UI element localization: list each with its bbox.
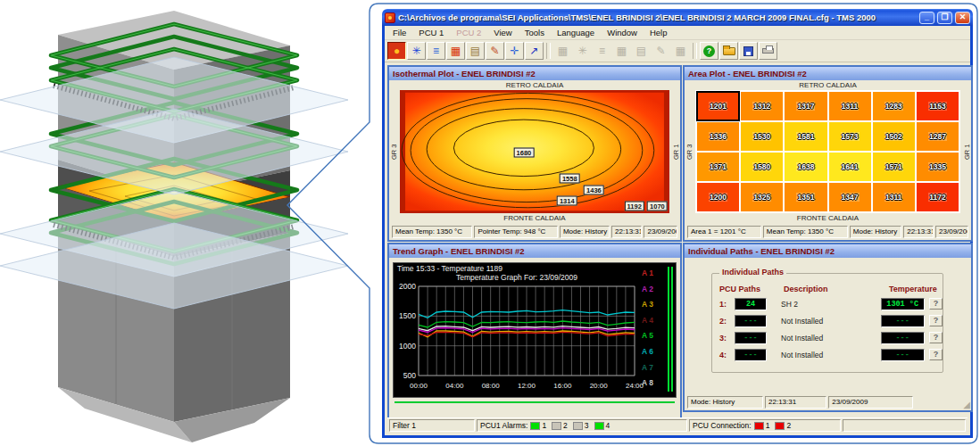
boiler-3d-illustration <box>0 0 375 446</box>
area-cell-value: 1311 <box>841 102 859 111</box>
snowflake-button[interactable]: ✳ <box>407 42 426 60</box>
area-cell[interactable]: 1641 <box>829 153 871 181</box>
path-help-button[interactable]: ? <box>929 349 943 360</box>
edit-button[interactable]: ✎ <box>486 42 504 60</box>
title-bar[interactable]: C:\Archivos de programa\SEI Applications… <box>382 9 973 26</box>
path-help-button[interactable]: ? <box>929 298 943 310</box>
isothermal-plot[interactable]: 168015581436131411921070 <box>400 90 669 213</box>
area-top-label: RETRO CALDAIA <box>685 80 971 90</box>
mdi-client: Isothermal Plot - ENEL BRINDISI #2 RETRO… <box>387 65 968 433</box>
alarm-indicator-3: 3 <box>573 420 589 432</box>
path-row: 1:24SH 21301 °C? <box>719 297 943 310</box>
trend-lines-button[interactable]: ≡ <box>427 42 445 60</box>
close-button[interactable]: ✕ <box>955 12 970 24</box>
menu-help[interactable]: Help <box>644 27 674 38</box>
disabled-button-5: ▤ <box>632 42 651 60</box>
svg-text:12:00: 12:00 <box>518 382 536 390</box>
paths-panel-title[interactable]: Individual Paths - ENEL BRINDISI #2 <box>685 244 971 258</box>
area-cell[interactable]: 1530 <box>741 122 783 151</box>
area-cell[interactable]: 1371 <box>697 153 739 181</box>
trend-chart[interactable]: Time 15:33 - Temperature 1189 Temperatur… <box>393 262 677 398</box>
area-cell[interactable]: 1580 <box>741 153 783 181</box>
trend-graph-panel: Trend Graph - ENEL BRINDISI #2 Time 15:3… <box>387 243 682 421</box>
status-cell: 22:13:31 <box>611 226 642 238</box>
menu-language[interactable]: Language <box>551 27 601 38</box>
area-cell[interactable]: 1172 <box>917 183 959 211</box>
disabled-button-6: ✎ <box>652 42 670 60</box>
area-cell-value: 1200 <box>709 193 727 202</box>
area-cell-selected[interactable]: 1201 <box>697 92 739 120</box>
print-button[interactable] <box>759 42 777 60</box>
area-cell[interactable]: 1351 <box>785 183 826 211</box>
connection-segment: PCU Connection: 12 <box>689 419 841 432</box>
menu-tools[interactable]: Tools <box>519 27 551 38</box>
area-cell[interactable]: 1283 <box>873 92 915 120</box>
trend-panel-title[interactable]: Trend Graph - ENEL BRINDISI #2 <box>389 244 680 258</box>
area-cell-value: 1502 <box>884 132 903 141</box>
tms2000-window: C:\Archivos de programa\SEI Applications… <box>382 9 973 438</box>
area-bottom-label: FRONTE CALDAIA <box>685 213 971 223</box>
area-cell[interactable]: 1317 <box>785 92 826 120</box>
iso-top-label: RETRO CALDAIA <box>389 80 680 90</box>
app-icon <box>385 12 395 23</box>
menu-view[interactable]: View <box>487 27 518 38</box>
header-description: Description <box>784 285 889 293</box>
area-cell[interactable]: 1325 <box>741 183 783 211</box>
header-temperature: Temperature <box>889 285 937 293</box>
area-cell[interactable]: 1347 <box>829 183 871 211</box>
path-index: 2: <box>719 317 735 326</box>
area-cell[interactable]: 1200 <box>697 183 739 211</box>
status-cell: Mode: History <box>560 226 610 238</box>
resize-grip[interactable]: ◢ <box>963 401 970 409</box>
area-cell-value: 1530 <box>752 132 771 141</box>
open-button[interactable] <box>719 42 738 60</box>
alarms-segment: PCU1 Alarms: 1234 <box>477 419 687 432</box>
area-cell[interactable]: 1311 <box>873 183 915 211</box>
status-cell: Area 1 = 1201 °C <box>687 226 761 238</box>
legend-item: A 5 <box>642 328 665 344</box>
area-cell[interactable]: 1153 <box>917 92 959 120</box>
window-title: C:\Archivos de programa\SEI Applications… <box>398 12 917 22</box>
trend-position-indicator[interactable] <box>668 267 673 392</box>
area-left-label: GR 3 <box>685 90 693 213</box>
minimize-button[interactable]: _ <box>919 12 934 24</box>
area-cell[interactable]: 1287 <box>917 122 959 151</box>
area-cell[interactable]: 1573 <box>829 122 871 151</box>
area-panel-title[interactable]: Area Plot - ENEL BRINDISI #2 <box>685 67 971 80</box>
area-cell-value: 1335 <box>928 162 947 171</box>
area-cell[interactable]: 1581 <box>785 122 826 151</box>
trend-graph-button[interactable]: ↗ <box>525 42 544 60</box>
move-button[interactable]: ✛ <box>505 42 524 60</box>
area-cell[interactable]: 1312 <box>741 92 783 120</box>
menu-pcu-1[interactable]: PCU 1 <box>412 27 450 38</box>
menu-window[interactable]: Window <box>601 27 644 38</box>
svg-text:1500: 1500 <box>399 311 416 320</box>
area-cell-value: 1325 <box>752 193 771 202</box>
save-button[interactable] <box>739 42 758 60</box>
path-temperature-led: --- <box>881 315 925 327</box>
path-help-button[interactable]: ? <box>929 332 943 343</box>
trend-chart-title: Temperature Graph For: 23/09/2009 <box>394 273 640 282</box>
path-help-button[interactable]: ? <box>929 315 943 326</box>
window-body: FilePCU 1PCU 2ViewToolsLanguageWindowHel… <box>382 26 973 438</box>
path-temperature-led: 1301 °C <box>881 298 925 310</box>
area-cell[interactable]: 1638 <box>785 153 826 181</box>
area-cell[interactable]: 1336 <box>697 122 739 151</box>
status-cell: Mode: History <box>850 226 901 238</box>
area-cell[interactable]: 1571 <box>873 153 915 181</box>
isothermal-plot-button[interactable]: ● <box>387 42 406 60</box>
isothermal-panel-title[interactable]: Isothermal Plot - ENEL BRINDISI #2 <box>389 67 680 80</box>
area-plot-button[interactable]: ▦ <box>446 42 465 60</box>
area-cell-value: 1287 <box>928 132 947 141</box>
report-button[interactable]: ▤ <box>466 42 485 60</box>
menu-file[interactable]: File <box>386 27 412 38</box>
status-cell: Mode: History <box>687 396 763 409</box>
area-cell[interactable]: 1335 <box>917 153 959 181</box>
area-cell[interactable]: 1502 <box>873 122 915 151</box>
restore-button[interactable]: ❐ <box>937 12 952 24</box>
area-cell[interactable]: 1311 <box>829 92 871 120</box>
contour-label: 1680 <box>514 148 535 158</box>
path-temperature-led: --- <box>881 332 925 344</box>
svg-text:2000: 2000 <box>399 283 416 291</box>
help-button[interactable]: ? <box>700 42 718 60</box>
